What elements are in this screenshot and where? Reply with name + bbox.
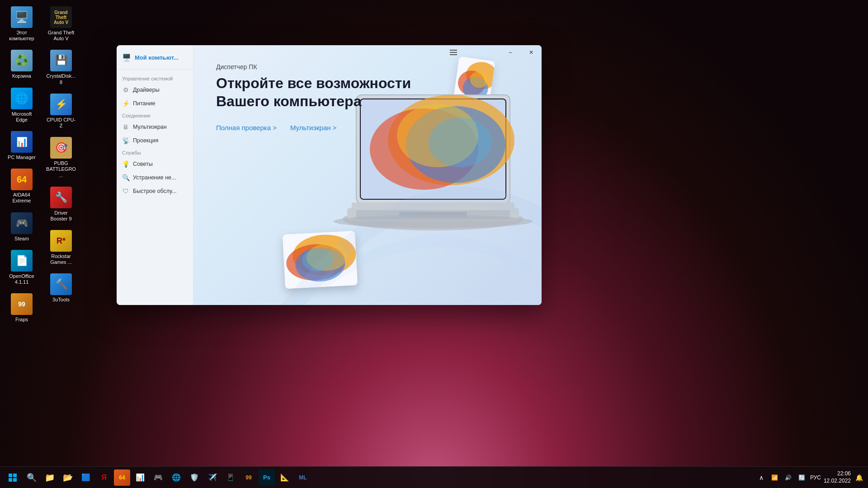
desktop-icon-fraps[interactable]: 99 Fraps — [4, 291, 40, 325]
sidebar-header[interactable]: 🖥️ Мой компьют... — [117, 50, 193, 70]
close-button[interactable]: ✕ — [521, 45, 542, 60]
sidebar-item-tips[interactable]: 💡 Советы — [117, 157, 193, 171]
calc-taskbar-button[interactable]: 📐 — [277, 469, 293, 486]
icon-label: AIDA64 Extreme — [6, 192, 37, 204]
pcmanager-taskbar-button[interactable]: 📊 — [132, 469, 148, 486]
pcmanager-icon: 📊 — [11, 131, 33, 153]
icon-label: CPUID CPU-Z — [46, 117, 76, 129]
content-title: Откройте все возможности Вашего компьюте… — [216, 74, 519, 110]
steam-taskbar-button[interactable]: 🎮 — [150, 469, 166, 486]
computer-icon: 🖥️ — [11, 6, 33, 28]
desktop-icon-aida64[interactable]: 64 AIDA64 Extreme — [4, 166, 40, 206]
date-display: 12.02.2022 — [824, 478, 851, 485]
minimize-button[interactable]: – — [500, 45, 521, 60]
photoshop-taskbar-button[interactable]: Ps — [259, 469, 275, 486]
icon-label: Driver Booster 9 — [46, 210, 76, 222]
telegram-taskbar-button[interactable]: ✈️ — [204, 469, 221, 486]
app-window: 🖥️ Мой компьют... Управление системой ⚙ … — [117, 45, 542, 305]
desktop-icon-openoffice[interactable]: 📄 OpenOffice 4.1.11 — [4, 247, 40, 288]
time-display: 22:06 — [824, 470, 851, 478]
driverbooster-icon: 🔧 — [50, 187, 72, 208]
sidebar-item-label: Советы — [133, 161, 153, 167]
title-line1: Откройте все возможности — [216, 75, 411, 91]
windows-logo-icon — [8, 473, 17, 482]
desktop-icons-col2: GrandTheftAuto V Grand Theft Auto V 💾 Cr… — [43, 4, 79, 306]
sidebar-item-label: Проекция — [133, 137, 158, 144]
icon-label: 3uTools — [52, 297, 70, 303]
steam-icon: 🎮 — [11, 212, 33, 234]
volume-tray-icon[interactable]: 🔊 — [783, 472, 794, 483]
troubleshoot-icon: 🔍 — [122, 174, 129, 181]
sidebar-item-label: Устранение не... — [133, 174, 176, 181]
ms-store-button[interactable]: 🟦 — [78, 469, 94, 486]
aida64-taskbar-button[interactable]: 64 — [114, 469, 130, 486]
title-line2: Вашего компьютера — [216, 93, 361, 109]
desktop-icon-steam[interactable]: 🎮 Steam — [4, 210, 40, 244]
ml-taskbar-button[interactable]: ML — [295, 469, 311, 486]
sidebar: 🖥️ Мой компьют... Управление системой ⚙ … — [117, 45, 193, 305]
sidebar-item-multiscreen[interactable]: 🖥 Мультиэкран — [117, 120, 193, 134]
quickservice-icon: 🛡 — [122, 188, 129, 195]
icon-label: PC Manager — [8, 155, 36, 160]
desktop-icons-col1: 🖥️ Этот компьютер ♻️ Корзина 🌐 Microsoft… — [4, 4, 40, 325]
desktop-icon-my-computer[interactable]: 🖥️ Этот компьютер — [4, 4, 40, 44]
sidebar-item-label: Драйверы — [133, 87, 160, 93]
desktop-icon-crystaldisk[interactable]: 💾 CrystalDisk... 8 — [43, 47, 79, 88]
file-explorer-button[interactable]: 📁 — [42, 469, 58, 486]
icon-label: CrystalDisk... 8 — [46, 73, 76, 85]
network-tray-icon[interactable]: 📶 — [769, 472, 780, 483]
taskbar: 🔍 📁 📂 🟦 Я 64 📊 🎮 🌐 🛡️ ✈️ 📱 99 Ps 📐 ML ∧ … — [0, 466, 868, 488]
content-subtitle: Диспетчер ПК — [216, 63, 519, 70]
icon-label: Fraps — [15, 317, 28, 323]
sidebar-item-power[interactable]: ⚡ Питание — [117, 97, 193, 110]
desktop-icon-gta[interactable]: GrandTheftAuto V Grand Theft Auto V — [43, 4, 79, 44]
desktop-icon-rockstar[interactable]: R* Rockstar Games ... — [43, 227, 79, 268]
tips-icon: 💡 — [122, 160, 129, 168]
sidebar-item-quickservice[interactable]: 🛡 Быстрое обслу... — [117, 184, 193, 198]
desktop-icon-driverbooster[interactable]: 🔧 Driver Booster 9 — [43, 184, 79, 225]
start-button[interactable] — [4, 469, 22, 487]
sidebar-item-drivers[interactable]: ⚙ Драйверы — [117, 83, 193, 97]
notification-icon[interactable]: 🔔 — [854, 472, 864, 483]
hamburger-button[interactable] — [443, 45, 464, 60]
antivirus-taskbar-button[interactable]: 🛡️ — [186, 469, 203, 486]
desktop-icon-3utools[interactable]: 🔨 3uTools — [43, 271, 79, 305]
sidebar-item-projection[interactable]: 📡 Проекция — [117, 134, 193, 147]
computer-icon: 🖥️ — [122, 53, 131, 62]
task99-taskbar-button[interactable]: 99 — [241, 469, 257, 486]
sidebar-item-label: Мультиэкран — [133, 124, 167, 130]
svg-rect-29 — [13, 474, 17, 477]
main-content: – ✕ Диспетчер ПК Откройте все возможност… — [193, 45, 542, 305]
sidebar-item-label: Быстрое обслу... — [133, 188, 176, 194]
content-links: Полная проверка > Мультиэкран > — [216, 124, 519, 131]
icon-label: PUBG BATTLEGRO... — [46, 160, 76, 178]
desktop-icon-cpuid[interactable]: ⚡ CPUID CPU-Z — [43, 91, 79, 131]
desktop-icon-recycle[interactable]: ♻️ Корзина — [4, 47, 40, 82]
update-tray-icon[interactable]: 🔄 — [797, 472, 807, 483]
sidebar-item-troubleshoot[interactable]: 🔍 Устранение не... — [117, 171, 193, 184]
svg-rect-2 — [450, 54, 457, 55]
full-check-link[interactable]: Полная проверка > — [216, 124, 277, 131]
cpuid-icon: ⚡ — [50, 94, 72, 115]
language-indicator[interactable]: РУС — [810, 474, 821, 481]
whatsapp-taskbar-button[interactable]: 📱 — [222, 469, 239, 486]
yandex-button[interactable]: Я — [96, 469, 112, 486]
desktop-icon-edge[interactable]: 🌐 Microsoft Edge — [4, 85, 40, 126]
icon-label: Steam — [14, 236, 29, 242]
search-taskbar-button[interactable]: 🔍 — [24, 469, 40, 486]
openoffice-icon: 📄 — [11, 250, 33, 272]
sidebar-section-connection: Соединение — [117, 110, 193, 120]
clock[interactable]: 22:06 12.02.2022 — [824, 470, 851, 484]
desktop-icon-pubg[interactable]: 🎯 PUBG BATTLEGRO... — [43, 134, 79, 181]
tray-expand-icon[interactable]: ∧ — [756, 472, 767, 483]
svg-rect-30 — [9, 478, 12, 482]
multiscreen-icon: 🖥 — [122, 123, 129, 131]
svg-rect-31 — [13, 478, 17, 482]
desktop-icon-pcmanager[interactable]: 📊 PC Manager — [4, 128, 40, 163]
browser-taskbar-button[interactable]: 🌐 — [168, 469, 184, 486]
edge-icon: 🌐 — [11, 88, 33, 109]
multiscreen-link[interactable]: Мультиэкран > — [290, 124, 337, 131]
files-button[interactable]: 📂 — [60, 469, 76, 486]
3utools-icon: 🔨 — [50, 273, 72, 295]
gta-icon: GrandTheftAuto V — [50, 6, 72, 28]
